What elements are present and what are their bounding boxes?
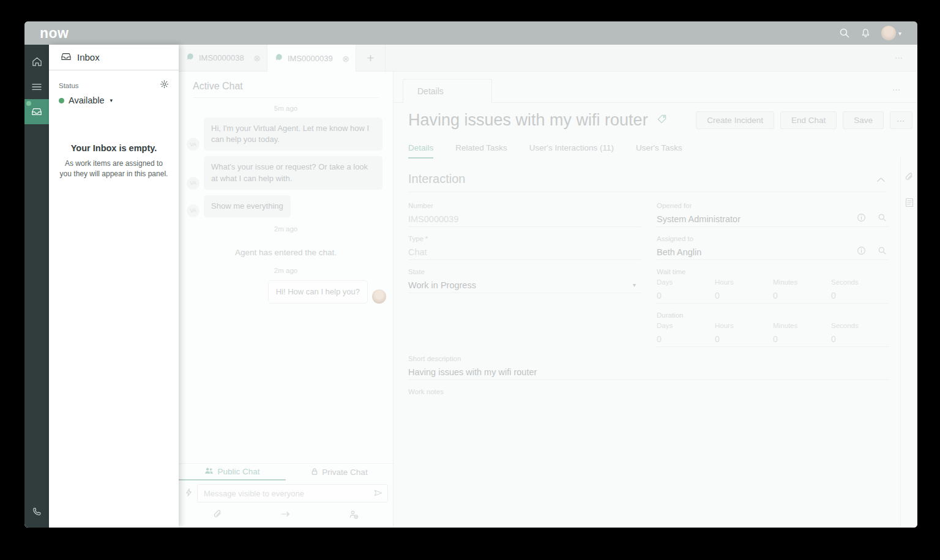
field-type: Type* Chat <box>408 235 641 260</box>
subtab-users-interactions[interactable]: User's Interactions (11) <box>529 143 614 159</box>
section-title: Interaction <box>408 172 465 186</box>
nav-list-icon[interactable] <box>24 74 49 99</box>
transfer-arrow-icon[interactable] <box>280 510 291 521</box>
app-window: now ▾ IMS0000038 ⊗ IMS00 <box>24 21 917 528</box>
chat-bubble-icon <box>186 53 195 63</box>
field-label: Short description <box>408 355 889 362</box>
short-description-value[interactable]: Having issues with my wifi router <box>408 367 537 377</box>
field-label: Type* <box>408 235 641 242</box>
quick-responses-lightning-icon[interactable] <box>185 488 193 499</box>
new-tab-button[interactable]: + <box>356 45 386 71</box>
actions-overflow-button[interactable]: ⋯ <box>890 111 912 129</box>
collapse-chevron-up-icon[interactable] <box>876 174 886 185</box>
field-work-notes: Work notes <box>408 388 889 463</box>
reference-lookup-icon[interactable] <box>878 246 887 258</box>
time-col-label: Seconds <box>831 278 889 286</box>
time-col-label: Days <box>657 278 715 286</box>
duration-hours-value: 0 <box>715 334 773 344</box>
nav-inbox-icon[interactable] <box>24 99 49 124</box>
chat-panel-title: Active Chat <box>179 72 393 97</box>
subtab-details[interactable]: Details <box>408 143 433 159</box>
va-avatar: VA <box>187 138 200 151</box>
assigned-to-value[interactable]: Beth Anglin <box>657 247 701 257</box>
private-chat-label: Private Chat <box>322 468 367 477</box>
tab-ims0000039[interactable]: IMS0000039 ⊗ <box>267 45 356 72</box>
time-col-label: Seconds <box>831 322 889 329</box>
field-state: State Work in Progress ▾ <box>408 268 641 304</box>
close-tab-icon[interactable]: ⊗ <box>342 54 349 64</box>
activity-document-icon[interactable] <box>905 198 914 210</box>
lock-icon <box>311 468 318 477</box>
chat-timestamp: 2m ago <box>179 225 393 233</box>
spacer <box>408 312 641 347</box>
wait-days-value: 0 <box>657 291 715 301</box>
field-label: Number <box>408 202 641 209</box>
details-more-icon[interactable]: ⋯ <box>892 85 901 94</box>
field-assigned-to: Assigned to Beth Anglin <box>657 235 889 260</box>
va-message-bubble: Show me everything <box>204 195 291 217</box>
required-asterisk: * <box>425 236 428 242</box>
private-chat-tab[interactable]: Private Chat <box>286 464 393 480</box>
end-chat-button[interactable]: End Chat <box>780 111 837 129</box>
create-incident-button[interactable]: Create Incident <box>696 111 774 129</box>
status-value: Available <box>69 95 105 105</box>
chat-panel: Active Chat 5m ago VA Hi, I'm your Virtu… <box>179 72 394 528</box>
caret-down-icon: ▾ <box>110 97 113 103</box>
field-short-description: Short description Having issues with my … <box>408 355 889 380</box>
tab-ims0000038[interactable]: IMS0000038 ⊗ <box>179 45 267 71</box>
work-notes-input[interactable] <box>408 395 889 463</box>
time-col-label: Days <box>657 322 715 329</box>
public-chat-label: Public Chat <box>217 467 259 476</box>
chat-timestamp: 2m ago <box>179 267 393 274</box>
opened-for-value[interactable]: System Administrator <box>657 214 740 224</box>
add-person-icon[interactable] <box>349 510 359 521</box>
inbox-tray-icon <box>61 52 72 63</box>
va-message-row: VA What's your issue or request? Or take… <box>179 156 393 189</box>
chat-timestamp: 5m ago <box>179 105 393 112</box>
state-dropdown[interactable]: Work in Progress ▾ <box>408 277 641 293</box>
public-chat-tab[interactable]: Public Chat <box>179 464 286 480</box>
tabstrip-more-icon[interactable]: ⋯ <box>895 53 904 62</box>
duration-minutes-value: 0 <box>773 334 831 344</box>
gear-icon[interactable] <box>160 80 169 91</box>
tab-label: IMS0000039 <box>288 54 333 63</box>
field-label: Wait time <box>657 268 889 275</box>
status-label: Status <box>59 82 79 89</box>
chat-message-input[interactable] <box>197 484 388 502</box>
search-icon[interactable] <box>839 28 850 39</box>
wait-hours-value: 0 <box>715 291 773 301</box>
divider <box>193 97 379 98</box>
info-icon[interactable] <box>857 213 866 225</box>
nav-home-icon[interactable] <box>24 49 49 74</box>
field-duration: Duration Days Hours Minutes Seconds 0 0 … <box>657 312 889 347</box>
status-availability-dropdown[interactable]: Available ▾ <box>59 95 169 105</box>
people-icon <box>204 467 214 476</box>
tag-icon[interactable] <box>657 114 667 127</box>
user-avatar <box>881 26 896 40</box>
details-top-tab[interactable]: Details <box>403 79 492 103</box>
reference-lookup-icon[interactable] <box>878 213 887 225</box>
field-label: Assigned to <box>657 235 889 242</box>
save-button[interactable]: Save <box>843 111 884 129</box>
field-label: Opened for <box>657 202 889 209</box>
agent-message-row: Hi! How can I help you? <box>179 280 393 304</box>
info-icon[interactable] <box>857 246 866 258</box>
phone-icon[interactable] <box>24 506 49 518</box>
attach-paperclip-icon[interactable] <box>213 509 222 521</box>
interaction-tabstrip: IMS0000038 ⊗ IMS0000039 ⊗ + ⋯ <box>179 45 917 72</box>
attachments-paperclip-icon[interactable] <box>905 172 914 184</box>
va-message-row: VA Show me everything <box>179 195 393 217</box>
close-tab-icon[interactable]: ⊗ <box>253 53 261 63</box>
subtab-related-tasks[interactable]: Related Tasks <box>455 143 507 159</box>
user-menu[interactable]: ▾ <box>881 26 901 40</box>
subtab-users-tasks[interactable]: User's Tasks <box>636 143 682 159</box>
inbox-empty-state: Your Inbox is empty. As work items are a… <box>49 143 179 180</box>
system-message: Agent has entered the chat. <box>179 248 393 257</box>
time-col-label: Minutes <box>773 278 831 286</box>
field-label: State <box>408 268 641 275</box>
send-message-icon[interactable] <box>373 488 383 500</box>
state-value: Work in Progress <box>408 280 476 290</box>
notifications-bell-icon[interactable] <box>860 28 871 39</box>
interaction-form: Interaction Number IMS0000039 Opened for… <box>394 159 900 528</box>
field-label: Work notes <box>408 388 889 395</box>
